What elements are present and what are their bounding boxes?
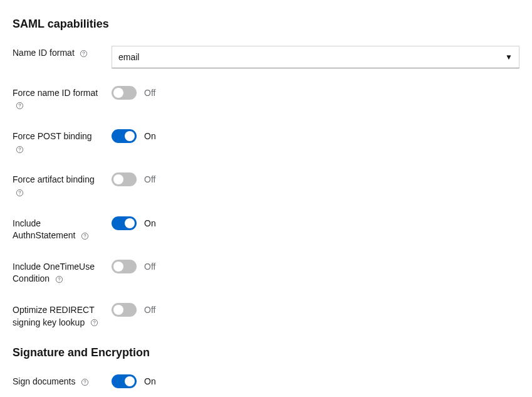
- row-sign-documents: Sign documents On: [13, 374, 519, 388]
- toggle-state: Off: [144, 88, 155, 98]
- label-text: Include AuthnStatement: [13, 218, 75, 241]
- svg-point-7: [19, 194, 20, 194]
- label-optimize-redirect: Optimize REDIRECT signing key lookup: [13, 303, 112, 329]
- toggle-state: On: [144, 131, 156, 141]
- label-text: Force artifact binding: [13, 174, 95, 184]
- label-force-name-id: Force name ID format: [13, 86, 112, 112]
- svg-point-11: [59, 281, 60, 282]
- label-force-post: Force POST binding: [13, 129, 112, 155]
- row-optimize-redirect: Optimize REDIRECT signing key lookup Off: [13, 303, 519, 329]
- help-icon[interactable]: [15, 145, 24, 154]
- label-text: Sign documents: [13, 376, 75, 386]
- row-force-post: Force POST binding On: [13, 129, 519, 155]
- force-post-toggle[interactable]: [112, 129, 137, 143]
- help-icon[interactable]: [90, 319, 98, 327]
- label-include-authn: Include AuthnStatement: [13, 216, 112, 242]
- help-icon[interactable]: [15, 188, 24, 197]
- label-text: Force name ID format: [13, 88, 98, 98]
- row-include-onetime: Include OneTimeUse Condition Off: [13, 260, 519, 285]
- toggle-state: Off: [144, 262, 155, 272]
- row-name-id-format: Name ID format email ▼: [13, 46, 519, 68]
- force-name-id-toggle[interactable]: [112, 86, 137, 100]
- section-title-saml: SAML capabilities: [13, 18, 519, 31]
- svg-point-5: [19, 151, 20, 151]
- force-artifact-toggle[interactable]: [112, 172, 137, 186]
- label-sign-documents: Sign documents: [13, 374, 112, 388]
- svg-point-9: [85, 238, 85, 238]
- label-force-artifact: Force artifact binding: [13, 172, 112, 198]
- label-include-onetime: Include OneTimeUse Condition: [13, 260, 112, 285]
- label-text: Optimize REDIRECT signing key lookup: [13, 305, 94, 327]
- row-include-authn: Include AuthnStatement On: [13, 216, 519, 242]
- label-text: Name ID format: [13, 48, 75, 58]
- row-force-artifact: Force artifact binding Off: [13, 172, 519, 198]
- svg-point-13: [94, 324, 95, 325]
- select-value: email: [118, 52, 139, 62]
- row-force-name-id: Force name ID format Off: [13, 86, 519, 112]
- label-text: Include OneTimeUse Condition: [13, 262, 95, 284]
- include-authn-toggle[interactable]: [112, 216, 137, 230]
- toggle-state: On: [144, 218, 156, 228]
- label-text: Force POST binding: [13, 131, 92, 141]
- label-name-id-format: Name ID format: [13, 46, 112, 60]
- svg-point-1: [83, 55, 84, 55]
- section-title-sig: Signature and Encryption: [13, 346, 519, 359]
- caret-down-icon: ▼: [505, 53, 513, 61]
- sign-documents-toggle[interactable]: [112, 374, 137, 388]
- help-icon[interactable]: [80, 378, 89, 386]
- toggle-state: On: [144, 376, 156, 386]
- optimize-redirect-toggle[interactable]: [112, 303, 137, 317]
- help-icon[interactable]: [15, 102, 24, 110]
- help-icon[interactable]: [80, 231, 89, 240]
- name-id-format-select[interactable]: email ▼: [112, 46, 519, 68]
- svg-point-15: [85, 384, 85, 384]
- toggle-state: Off: [144, 174, 155, 184]
- svg-point-3: [19, 107, 20, 108]
- help-icon[interactable]: [80, 49, 88, 58]
- include-onetime-toggle[interactable]: [112, 260, 137, 273]
- toggle-state: Off: [144, 305, 155, 315]
- help-icon[interactable]: [55, 275, 63, 284]
